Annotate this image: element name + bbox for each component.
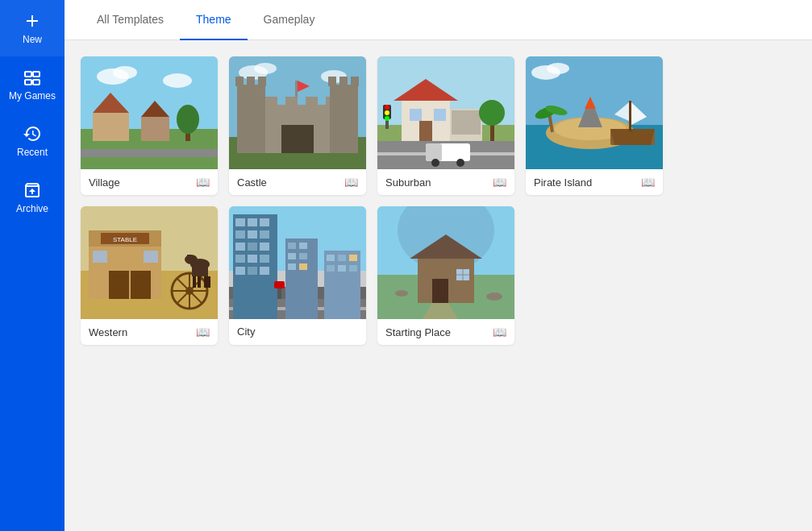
svg-rect-19 — [265, 97, 277, 109]
svg-rect-101 — [235, 218, 245, 226]
clock-icon — [23, 124, 42, 143]
template-thumb-starting-place — [377, 206, 514, 319]
tab-gameplay[interactable]: Gameplay — [248, 0, 331, 40]
template-card-city[interactable]: City — [229, 206, 366, 345]
svg-rect-29 — [339, 77, 348, 86]
svg-rect-111 — [248, 255, 257, 263]
svg-rect-110 — [235, 255, 245, 263]
svg-rect-119 — [288, 253, 296, 259]
svg-rect-102 — [248, 218, 257, 226]
svg-rect-108 — [248, 243, 257, 251]
svg-rect-90 — [193, 276, 196, 288]
sidebar-item-recent[interactable]: Recent — [0, 113, 65, 169]
svg-rect-93 — [207, 276, 210, 288]
svg-rect-131 — [274, 281, 285, 288]
template-label-pirate-island: Pirate Island 📖 — [526, 169, 663, 195]
svg-rect-41 — [434, 109, 446, 121]
grid-icon — [23, 68, 42, 87]
svg-rect-20 — [285, 97, 298, 109]
svg-rect-26 — [258, 77, 266, 86]
svg-point-54 — [431, 159, 439, 167]
main-area: All Templates Theme Gameplay — [65, 0, 812, 531]
template-card-starting-place[interactable]: Starting Place 📖 — [377, 206, 514, 345]
svg-point-49 — [385, 105, 389, 110]
book-icon-suburban: 📖 — [493, 176, 506, 189]
sidebar-label-new: New — [23, 34, 42, 45]
svg-point-55 — [456, 159, 464, 167]
svg-rect-42 — [419, 121, 432, 141]
svg-rect-27 — [330, 85, 358, 153]
tab-all-templates[interactable]: All Templates — [81, 0, 180, 40]
svg-rect-95 — [187, 255, 191, 263]
svg-rect-126 — [349, 255, 357, 261]
template-card-pirate-island[interactable]: Pirate Island 📖 — [526, 56, 663, 195]
tab-theme[interactable]: Theme — [180, 0, 248, 40]
svg-point-141 — [395, 290, 408, 297]
template-card-castle[interactable]: Castle 📖 — [229, 56, 366, 195]
svg-rect-31 — [281, 125, 314, 153]
template-card-village[interactable]: Village 📖 — [81, 56, 218, 195]
sidebar-label-recent: Recent — [17, 147, 48, 158]
svg-rect-129 — [349, 265, 357, 272]
svg-rect-28 — [328, 77, 336, 86]
template-thumb-castle — [229, 56, 366, 169]
svg-rect-7 — [141, 117, 169, 141]
template-label-western: Western 📖 — [81, 319, 218, 345]
svg-rect-25 — [247, 77, 255, 86]
svg-rect-116 — [285, 239, 318, 319]
svg-rect-30 — [351, 77, 359, 86]
sidebar-label-my-games: My Games — [9, 90, 56, 102]
svg-rect-44 — [452, 110, 481, 135]
svg-rect-53 — [426, 143, 442, 161]
svg-point-46 — [479, 100, 505, 126]
svg-rect-112 — [260, 255, 269, 263]
content-area: Village 📖 — [65, 40, 812, 531]
template-label-city: City — [229, 319, 366, 344]
template-label-suburban: Suburban 📖 — [377, 169, 514, 195]
book-icon-starting-place: 📖 — [493, 326, 506, 338]
svg-rect-105 — [248, 230, 257, 239]
svg-rect-91 — [198, 276, 201, 288]
svg-rect-122 — [299, 263, 307, 270]
template-label-starting-place: Starting Place 📖 — [377, 319, 514, 345]
svg-rect-11 — [81, 149, 218, 157]
svg-rect-92 — [204, 276, 207, 288]
svg-rect-128 — [338, 265, 346, 272]
svg-point-142 — [486, 292, 502, 301]
svg-rect-78 — [109, 271, 129, 299]
template-card-suburban[interactable]: Suburban 📖 — [377, 56, 514, 195]
book-icon-pirate-island: 📖 — [641, 176, 655, 189]
template-card-western[interactable]: STABLE — [81, 206, 218, 345]
svg-rect-80 — [93, 251, 107, 263]
templates-grid: Village 📖 — [81, 56, 796, 345]
svg-rect-32 — [295, 81, 298, 97]
svg-rect-124 — [327, 255, 335, 261]
svg-rect-21 — [306, 97, 318, 109]
svg-point-58 — [547, 63, 569, 74]
sidebar-item-new[interactable]: New — [0, 0, 65, 56]
svg-rect-5 — [93, 113, 129, 141]
sidebar-item-archive[interactable]: Archive — [0, 169, 65, 226]
svg-rect-120 — [299, 253, 307, 259]
svg-rect-79 — [131, 271, 151, 299]
svg-rect-113 — [235, 267, 245, 275]
sidebar-item-my-games[interactable]: My Games — [0, 56, 65, 113]
svg-rect-125 — [338, 255, 346, 261]
sidebar: New My Games Recent Archive — [0, 0, 65, 531]
tabs-bar: All Templates Theme Gameplay — [65, 0, 812, 40]
template-thumb-village — [81, 56, 218, 169]
svg-rect-104 — [235, 230, 245, 239]
svg-rect-115 — [260, 267, 269, 275]
svg-point-14 — [254, 63, 277, 74]
svg-point-2 — [113, 66, 137, 79]
svg-rect-40 — [410, 109, 422, 121]
svg-rect-24 — [235, 77, 244, 86]
book-icon-castle: 📖 — [344, 176, 358, 189]
svg-point-50 — [385, 110, 389, 115]
template-thumb-western: STABLE — [81, 206, 218, 319]
svg-rect-117 — [288, 243, 296, 249]
sidebar-label-archive: Archive — [16, 203, 48, 214]
svg-rect-89 — [192, 262, 208, 276]
book-icon-village: 📖 — [196, 176, 210, 189]
svg-rect-81 — [144, 251, 158, 263]
